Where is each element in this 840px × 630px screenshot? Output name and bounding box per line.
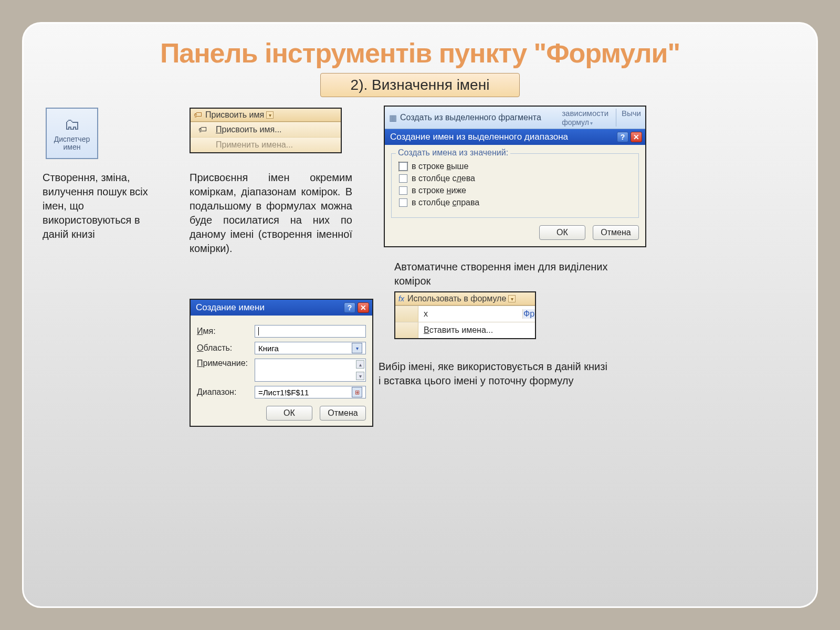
chevron-down-icon[interactable]: ▾ [352, 343, 362, 353]
menu-item-paste-names-label: Вставить имена... [418, 322, 535, 338]
menu-item-paste-names[interactable]: Вставить имена... [395, 322, 535, 338]
ok-button[interactable]: ОК [266, 406, 312, 421]
ribbon-create-from-selection[interactable]: Создать из выделенного фрагмента [400, 113, 541, 122]
cancel-button[interactable]: Отмена [593, 225, 639, 240]
dialog-body: Имя: Область: Книга ▾ Примечание: ▴ ▾ [191, 316, 372, 426]
scope-select[interactable]: Книга ▾ [255, 342, 366, 354]
tag-add-icon: 🏷 [195, 125, 211, 134]
help-button[interactable]: ? [617, 132, 628, 142]
dialog-title: Создание имен из выделенного диапазона [390, 132, 568, 142]
assign-name-header[interactable]: 🏷 Присвоить имя ▾ [191, 109, 341, 122]
assign-name-description: Присвоєння імен окремим коміркам, діапаз… [190, 171, 352, 256]
text-cursor-icon [258, 327, 259, 335]
scroll-down-icon[interactable]: ▾ [356, 372, 364, 380]
checkbox-icon[interactable] [399, 162, 407, 171]
range-picker-icon[interactable]: ⊞ [352, 387, 362, 397]
scope-label: Область: [197, 343, 249, 353]
checkbox-label-right: в столбце справа [412, 198, 479, 207]
blank-icon [395, 306, 418, 322]
range-input[interactable]: =Лист1!$F$11 ⊞ [255, 386, 366, 398]
checkbox-row-bottom[interactable]: в строке ниже [399, 186, 631, 195]
fx-icon: fx [398, 295, 404, 303]
use-in-formula-header[interactable]: fx Использовать в формуле ▾ [395, 292, 535, 306]
cancel-button[interactable]: Отмена [320, 406, 366, 421]
menu-item-apply-names[interactable]: Применить имена... [191, 137, 341, 152]
menu-item-apply-names-label: Применить имена... [216, 140, 293, 150]
checkbox-label-left: в столбце слева [412, 174, 475, 183]
comment-label: Примечание: [197, 359, 249, 368]
scope-value: Книга [258, 344, 279, 353]
name-input[interactable] [255, 325, 366, 338]
checkbox-label-top: в строке выше [412, 162, 468, 171]
tag-icon: 🏷 [194, 110, 202, 120]
row-comment: Примечание: ▴ ▾ [197, 359, 366, 382]
ribbon-calc-truncated: Вычи [616, 109, 641, 127]
help-button[interactable]: ? [344, 302, 355, 313]
dialog-titlebar: Создание имени ? ✕ [191, 300, 372, 316]
row-range: Диапазон: =Лист1!$F$11 ⊞ [197, 386, 366, 398]
create-names-from-selection: ▦ Создать из выделенного фрагмента завис… [384, 106, 646, 247]
checkbox-row-left[interactable]: в столбце слева [399, 174, 631, 183]
ribbon-strip: ▦ Создать из выделенного фрагмента завис… [385, 107, 645, 129]
chevron-down-icon: ▾ [590, 120, 593, 126]
checkbox-icon[interactable] [399, 174, 407, 183]
menu-item-name-x[interactable]: x Фр [395, 306, 535, 322]
name-manager-icon: 🗂 [64, 116, 80, 133]
range-value: =Лист1!$F$11 [258, 388, 309, 397]
row-scope: Область: Книга ▾ [197, 342, 366, 354]
close-button[interactable]: ✕ [358, 302, 369, 313]
checkbox-row-top[interactable]: в строке выше [399, 162, 631, 171]
blank-icon [395, 322, 418, 338]
comment-textarea[interactable]: ▴ ▾ [255, 359, 366, 382]
name-manager-button[interactable]: 🗂 Диспетчер имен [46, 108, 98, 159]
assign-name-dropdown: 🏷 Присвоить имя ▾ 🏷 Присвоить имя... При… [190, 108, 342, 153]
chevron-down-icon[interactable]: ▾ [266, 111, 274, 119]
checkbox-row-right[interactable]: в столбце справа [399, 198, 631, 207]
dialog-titlebar: Создание имен из выделенного диапазона ?… [385, 129, 645, 145]
dialog-title: Создание имени [196, 302, 265, 313]
checkbox-icon[interactable] [399, 186, 407, 195]
menu-item-name-x-label: x [418, 306, 522, 322]
use-in-formula-dropdown: fx Использовать в формуле ▾ x Фр Вставит… [394, 291, 536, 339]
dialog-body: Создать имена из значений: в строке выше… [385, 145, 645, 246]
slide-card: Панель інструментів пункту "Формули" 2).… [22, 22, 818, 608]
ribbon-stub: Фр [522, 309, 535, 319]
name-manager-label: Диспетчер имен [54, 135, 90, 152]
fieldset-create-names: Создать имена из значений: в строке выше… [391, 153, 639, 218]
menu-item-assign-name-label: Присвоить имя... [216, 125, 282, 134]
create-name-dialog: Создание имени ? ✕ Имя: Область: Книга ▾ [190, 299, 373, 427]
menu-item-assign-name[interactable]: 🏷 Присвоить имя... [191, 122, 341, 137]
ribbon-trace-dependents[interactable]: зависимости формул▾ [556, 109, 608, 127]
name-label: Имя: [197, 327, 249, 336]
fieldset-legend: Создать имена из значений: [396, 148, 510, 158]
name-manager-description: Створення, зміна, вилучення пошук всіх і… [43, 171, 163, 242]
checkbox-label-bottom: в строке ниже [412, 186, 466, 195]
use-in-formula-label: Использовать в формуле [407, 294, 506, 303]
scroll-up-icon[interactable]: ▴ [356, 360, 364, 369]
ok-button[interactable]: ОК [539, 225, 585, 240]
chevron-down-icon[interactable]: ▾ [508, 295, 516, 302]
row-name: Имя: [197, 325, 366, 338]
slide-title: Панель інструментів пункту "Формули" [43, 37, 797, 69]
assign-name-header-label: Присвоить имя [205, 110, 264, 120]
create-from-selection-description: Автоматичне створення імен для виділених… [394, 260, 620, 288]
slide-subtitle-badge: 2). Визначення імені [320, 73, 520, 97]
selection-icon: ▦ [389, 113, 397, 123]
checkbox-icon[interactable] [399, 198, 407, 207]
use-in-formula-description: Вибір імені, яке використовується в дані… [379, 360, 610, 388]
range-label: Диапазон: [197, 387, 249, 397]
close-button[interactable]: ✕ [631, 132, 642, 142]
